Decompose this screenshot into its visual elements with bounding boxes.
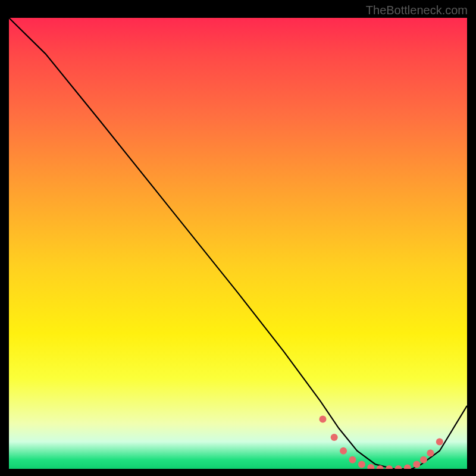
data-point [395, 465, 402, 469]
data-point [340, 447, 347, 455]
data-point [404, 465, 411, 469]
data-point [427, 450, 434, 457]
chart-svg [9, 18, 467, 469]
data-point [358, 461, 365, 468]
data-point [377, 465, 384, 469]
chart-plot-area [9, 18, 467, 469]
data-point [349, 456, 356, 464]
data-point-markers [320, 416, 443, 469]
data-point [436, 439, 443, 446]
data-point [331, 434, 338, 441]
data-point [420, 456, 427, 464]
data-point [386, 465, 393, 469]
data-point [413, 461, 420, 468]
bottleneck-curve [9, 18, 467, 469]
data-point [367, 464, 374, 469]
attribution-label: TheBottleneck.com [366, 4, 468, 17]
data-point [320, 416, 327, 423]
